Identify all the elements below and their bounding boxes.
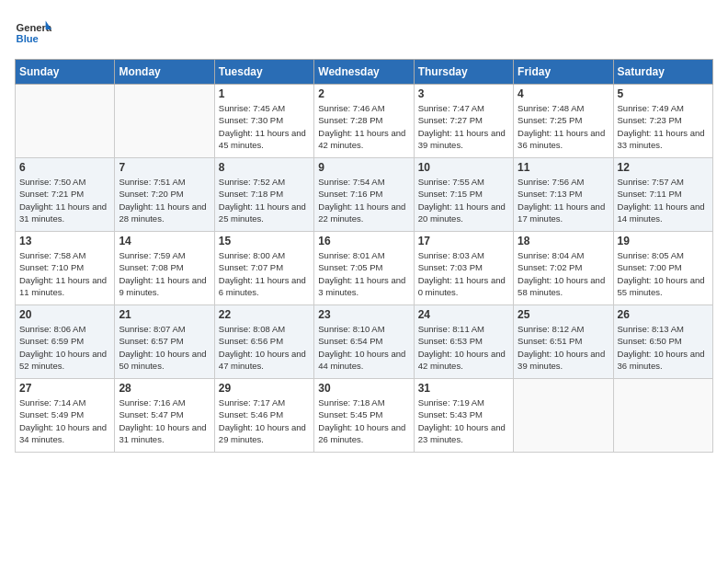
calendar-header: SundayMondayTuesdayWednesdayThursdayFrid… (16, 60, 713, 85)
day-info: Sunrise: 7:16 AM Sunset: 5:47 PM Dayligh… (119, 396, 210, 445)
day-info: Sunrise: 8:10 AM Sunset: 6:54 PM Dayligh… (318, 323, 409, 372)
week-row-1: 1Sunrise: 7:45 AM Sunset: 7:30 PM Daylig… (16, 85, 713, 158)
day-info: Sunrise: 8:04 AM Sunset: 7:02 PM Dayligh… (518, 249, 609, 298)
day-info: Sunrise: 7:14 AM Sunset: 5:49 PM Dayligh… (19, 396, 110, 445)
calendar-cell: 12Sunrise: 7:57 AM Sunset: 7:11 PM Dayli… (613, 158, 712, 232)
day-number: 24 (418, 308, 509, 321)
calendar-cell: 23Sunrise: 8:10 AM Sunset: 6:54 PM Dayli… (314, 305, 414, 379)
calendar-cell (115, 85, 214, 158)
day-info: Sunrise: 7:18 AM Sunset: 5:45 PM Dayligh… (318, 396, 409, 445)
day-info: Sunrise: 7:45 AM Sunset: 7:30 PM Dayligh… (219, 102, 310, 151)
day-number: 17 (418, 235, 509, 247)
calendar-cell: 14Sunrise: 7:59 AM Sunset: 7:08 PM Dayli… (115, 232, 214, 305)
svg-text:Blue: Blue (17, 33, 39, 44)
calendar-cell: 28Sunrise: 7:16 AM Sunset: 5:47 PM Dayli… (115, 379, 214, 453)
calendar-cell (613, 379, 712, 453)
day-number: 30 (318, 382, 409, 395)
day-info: Sunrise: 7:59 AM Sunset: 7:08 PM Dayligh… (119, 249, 210, 298)
day-number: 21 (119, 308, 210, 321)
week-row-5: 27Sunrise: 7:14 AM Sunset: 5:49 PM Dayli… (16, 379, 713, 453)
day-number: 29 (219, 382, 310, 395)
day-info: Sunrise: 7:17 AM Sunset: 5:46 PM Dayligh… (219, 396, 310, 445)
day-number: 26 (618, 308, 709, 321)
day-info: Sunrise: 7:46 AM Sunset: 7:28 PM Dayligh… (318, 102, 409, 151)
calendar-cell (514, 379, 613, 453)
calendar-cell: 24Sunrise: 8:11 AM Sunset: 6:53 PM Dayli… (414, 305, 513, 379)
calendar-cell: 1Sunrise: 7:45 AM Sunset: 7:30 PM Daylig… (214, 85, 313, 158)
day-number: 4 (518, 87, 609, 100)
calendar-cell: 21Sunrise: 8:07 AM Sunset: 6:57 PM Dayli… (115, 305, 214, 379)
day-number: 20 (19, 308, 110, 321)
calendar-body: 1Sunrise: 7:45 AM Sunset: 7:30 PM Daylig… (16, 85, 713, 453)
day-info: Sunrise: 7:47 AM Sunset: 7:27 PM Dayligh… (418, 102, 509, 151)
calendar-cell: 30Sunrise: 7:18 AM Sunset: 5:45 PM Dayli… (314, 379, 414, 453)
weekday-friday: Friday (514, 60, 613, 85)
calendar-cell: 25Sunrise: 8:12 AM Sunset: 6:51 PM Dayli… (514, 305, 613, 379)
day-number: 28 (119, 382, 210, 395)
day-info: Sunrise: 8:00 AM Sunset: 7:07 PM Dayligh… (219, 249, 310, 298)
calendar-cell: 5Sunrise: 7:49 AM Sunset: 7:23 PM Daylig… (613, 85, 712, 158)
day-number: 1 (219, 87, 310, 100)
day-number: 27 (19, 382, 110, 395)
calendar-cell: 11Sunrise: 7:56 AM Sunset: 7:13 PM Dayli… (514, 158, 613, 232)
day-number: 12 (618, 161, 709, 174)
calendar-cell: 2Sunrise: 7:46 AM Sunset: 7:28 PM Daylig… (314, 85, 414, 158)
day-info: Sunrise: 7:55 AM Sunset: 7:15 PM Dayligh… (418, 176, 509, 224)
calendar-cell: 16Sunrise: 8:01 AM Sunset: 7:05 PM Dayli… (314, 232, 414, 305)
calendar-cell: 6Sunrise: 7:50 AM Sunset: 7:21 PM Daylig… (16, 158, 115, 232)
day-number: 10 (418, 161, 509, 174)
day-info: Sunrise: 8:11 AM Sunset: 6:53 PM Dayligh… (418, 323, 509, 372)
day-info: Sunrise: 7:19 AM Sunset: 5:43 PM Dayligh… (418, 396, 509, 445)
day-number: 8 (219, 161, 310, 174)
calendar-cell: 7Sunrise: 7:51 AM Sunset: 7:20 PM Daylig… (115, 158, 214, 232)
day-number: 18 (518, 235, 609, 247)
day-number: 15 (219, 235, 310, 247)
calendar-cell (16, 85, 115, 158)
day-info: Sunrise: 7:58 AM Sunset: 7:10 PM Dayligh… (19, 249, 110, 298)
weekday-thursday: Thursday (414, 60, 513, 85)
weekday-monday: Monday (115, 60, 214, 85)
calendar-cell: 18Sunrise: 8:04 AM Sunset: 7:02 PM Dayli… (514, 232, 613, 305)
day-number: 25 (518, 308, 609, 321)
day-number: 16 (318, 235, 409, 247)
day-info: Sunrise: 7:52 AM Sunset: 7:18 PM Dayligh… (219, 176, 310, 224)
weekday-tuesday: Tuesday (214, 60, 313, 85)
weekday-sunday: Sunday (16, 60, 115, 85)
week-row-3: 13Sunrise: 7:58 AM Sunset: 7:10 PM Dayli… (16, 232, 713, 305)
week-row-2: 6Sunrise: 7:50 AM Sunset: 7:21 PM Daylig… (16, 158, 713, 232)
day-info: Sunrise: 8:05 AM Sunset: 7:00 PM Dayligh… (618, 249, 709, 298)
calendar-cell: 13Sunrise: 7:58 AM Sunset: 7:10 PM Dayli… (16, 232, 115, 305)
day-number: 13 (19, 235, 110, 247)
day-number: 3 (418, 87, 509, 100)
day-number: 22 (219, 308, 310, 321)
day-info: Sunrise: 8:03 AM Sunset: 7:03 PM Dayligh… (418, 249, 509, 298)
calendar-cell: 10Sunrise: 7:55 AM Sunset: 7:15 PM Dayli… (414, 158, 513, 232)
day-info: Sunrise: 8:07 AM Sunset: 6:57 PM Dayligh… (119, 323, 210, 372)
day-number: 9 (318, 161, 409, 174)
day-info: Sunrise: 7:49 AM Sunset: 7:23 PM Dayligh… (618, 102, 709, 151)
day-info: Sunrise: 7:56 AM Sunset: 7:13 PM Dayligh… (518, 176, 609, 224)
day-number: 6 (19, 161, 110, 174)
page-header: General Blue (15, 15, 713, 52)
day-info: Sunrise: 7:57 AM Sunset: 7:11 PM Dayligh… (618, 176, 709, 224)
calendar-cell: 4Sunrise: 7:48 AM Sunset: 7:25 PM Daylig… (514, 85, 613, 158)
day-info: Sunrise: 7:48 AM Sunset: 7:25 PM Dayligh… (518, 102, 609, 151)
day-number: 7 (119, 161, 210, 174)
day-info: Sunrise: 8:08 AM Sunset: 6:56 PM Dayligh… (219, 323, 310, 372)
calendar-cell: 3Sunrise: 7:47 AM Sunset: 7:27 PM Daylig… (414, 85, 513, 158)
logo: General Blue (15, 15, 55, 52)
day-info: Sunrise: 8:12 AM Sunset: 6:51 PM Dayligh… (518, 323, 609, 372)
calendar-cell: 19Sunrise: 8:05 AM Sunset: 7:00 PM Dayli… (613, 232, 712, 305)
calendar-cell: 8Sunrise: 7:52 AM Sunset: 7:18 PM Daylig… (214, 158, 313, 232)
day-info: Sunrise: 7:50 AM Sunset: 7:21 PM Dayligh… (19, 176, 110, 224)
calendar-cell: 27Sunrise: 7:14 AM Sunset: 5:49 PM Dayli… (16, 379, 115, 453)
calendar-cell: 29Sunrise: 7:17 AM Sunset: 5:46 PM Dayli… (214, 379, 313, 453)
calendar-cell: 22Sunrise: 8:08 AM Sunset: 6:56 PM Dayli… (214, 305, 313, 379)
day-number: 2 (318, 87, 409, 100)
day-info: Sunrise: 8:06 AM Sunset: 6:59 PM Dayligh… (19, 323, 110, 372)
calendar-cell: 20Sunrise: 8:06 AM Sunset: 6:59 PM Dayli… (16, 305, 115, 379)
week-row-4: 20Sunrise: 8:06 AM Sunset: 6:59 PM Dayli… (16, 305, 713, 379)
calendar-cell: 15Sunrise: 8:00 AM Sunset: 7:07 PM Dayli… (214, 232, 313, 305)
weekday-header-row: SundayMondayTuesdayWednesdayThursdayFrid… (16, 60, 713, 85)
day-info: Sunrise: 7:54 AM Sunset: 7:16 PM Dayligh… (318, 176, 409, 224)
